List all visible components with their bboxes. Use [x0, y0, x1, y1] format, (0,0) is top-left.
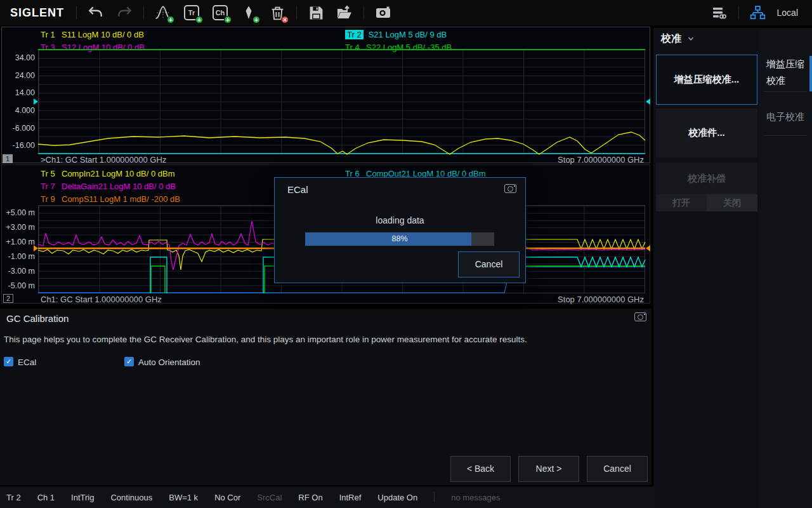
- plus-badge-icon: +: [195, 16, 203, 23]
- redo-button[interactable]: [115, 3, 134, 22]
- ecal-dialog: ECal loading data 88% Cancel: [274, 177, 526, 283]
- save-button[interactable]: [306, 3, 325, 22]
- cal-compensation-toggle: 打开 关闭: [656, 194, 757, 211]
- y-axis-label: -1.00 m: [2, 252, 35, 261]
- cal-kit-button[interactable]: 校准件...: [656, 109, 757, 157]
- stop-frequency-label: Stop 7.000000000 GHz: [558, 155, 644, 164]
- tab-separator: [764, 91, 807, 92]
- tab-electronic-cal[interactable]: 电子校准: [766, 109, 807, 125]
- panel-description: This page helps you to complete the GC R…: [4, 335, 527, 344]
- trace-label-tr7[interactable]: Tr 7DeltaGain21 LogM 10 dB/ 0 dB: [41, 182, 176, 191]
- toolbar-separator: [738, 6, 739, 20]
- delete-button[interactable]: ✕: [268, 3, 287, 22]
- camera-icon[interactable]: [634, 312, 646, 321]
- ref-level-marker-left: [34, 245, 38, 251]
- ref-level-marker-right: [646, 98, 650, 105]
- auto-orientation-checkbox-label: Auto Orientation: [138, 358, 200, 367]
- y-axis-label: 14.00: [2, 88, 35, 97]
- add-channel-button[interactable]: Ch +: [211, 3, 230, 22]
- trace-label-tr2[interactable]: Tr 2S21 LogM 5 dB/ 9 dB: [345, 30, 447, 39]
- compensation-on-button[interactable]: 打开: [656, 194, 707, 211]
- tab-separator: [764, 135, 807, 136]
- cal-compensation-label: 校准补偿: [656, 173, 757, 185]
- add-trace-button[interactable]: Tr +: [182, 3, 201, 22]
- next-button[interactable]: Next >: [518, 456, 579, 482]
- add-window-button[interactable]: +: [154, 3, 173, 22]
- toolbar-separator: [296, 6, 297, 20]
- lan-status-button[interactable]: [749, 3, 768, 22]
- window-number-badge: 2: [3, 294, 13, 303]
- system-info-button[interactable]: [710, 3, 729, 22]
- app-window: SIGLENT + Tr + Ch: [0, 0, 812, 508]
- lan-network-icon: [750, 5, 766, 21]
- undo-icon: [88, 4, 104, 21]
- plus-badge-icon: +: [224, 16, 232, 23]
- gc-calibration-panel: GC Calibration This page helps you to co…: [0, 309, 652, 485]
- ecal-checkbox[interactable]: ✓: [4, 357, 13, 366]
- panel-title: GC Calibration: [6, 313, 69, 324]
- status-update[interactable]: Update On: [377, 493, 417, 502]
- auto-orientation-checkbox[interactable]: ✓: [124, 357, 134, 366]
- status-separator: [434, 492, 435, 502]
- back-button[interactable]: < Back: [450, 456, 511, 482]
- ecal-checkbox-label: ECal: [18, 358, 36, 367]
- trace-label-tr1[interactable]: Tr 1S11 LogM 10 dB/ 0 dB: [41, 30, 144, 39]
- loading-message: loading data: [275, 215, 525, 225]
- start-frequency-label: >Ch1: GC Start 1.000000000 GHz: [41, 155, 166, 164]
- screenshot-button[interactable]: [374, 3, 393, 22]
- active-tab-indicator: [809, 56, 812, 91]
- add-marker-button[interactable]: +: [239, 3, 258, 22]
- progress-bar: 88%: [305, 232, 494, 246]
- status-correction[interactable]: No Cor: [214, 493, 240, 502]
- camera-icon: [375, 4, 391, 21]
- y-axis-label: -3.00 m: [2, 267, 35, 276]
- sidebar-title: 校准: [661, 32, 681, 46]
- progress-percent-label: 88%: [305, 232, 494, 246]
- camera-icon[interactable]: [504, 184, 516, 193]
- trace-label-tr9[interactable]: Tr 9CompS11 LogM 1 mdB/ -200 dB: [41, 194, 180, 204]
- status-srccal[interactable]: SrcCal: [257, 493, 282, 502]
- compensation-off-button[interactable]: 关闭: [707, 194, 757, 211]
- status-active-trace[interactable]: Tr 2: [6, 493, 21, 502]
- y-axis-label: +3.00 m: [2, 223, 35, 232]
- trace-window-1[interactable]: Tr 1S11 LogM 10 dB/ 0 dB Tr 2S21 LogM 5 …: [1, 27, 650, 163]
- tab-gain-compression-cal[interactable]: 增益压缩 校准: [766, 56, 807, 89]
- dialog-cancel-button[interactable]: Cancel: [458, 251, 520, 277]
- gain-compression-cal-button[interactable]: 增益压缩校准...: [656, 55, 757, 105]
- trace-label-tr5[interactable]: Tr 5CompIn21 LogM 10 dB/ 0 dBm: [41, 169, 175, 178]
- status-sweep-mode[interactable]: Continuous: [110, 493, 152, 502]
- siglent-logo: SIGLENT: [10, 6, 64, 20]
- status-reference[interactable]: IntRef: [339, 493, 362, 502]
- trace-header-row: Tr 1S11 LogM 10 dB/ 0 dB Tr 2S21 LogM 5 …: [2, 30, 650, 41]
- y-axis-label: +5.00 m: [2, 208, 35, 217]
- ref-level-marker-left: [34, 98, 38, 105]
- open-file-button[interactable]: [335, 3, 354, 22]
- undo-button[interactable]: [86, 3, 105, 22]
- chevron-down-icon[interactable]: [686, 34, 695, 43]
- y-axis-label: -5.00 m: [2, 281, 35, 290]
- y-axis-label: 24.00: [2, 71, 35, 80]
- status-trigger[interactable]: IntTrig: [71, 493, 94, 502]
- toolbar-separator: [363, 6, 364, 20]
- start-frequency-label: Ch1: GC Start 1.000000000 GHz: [41, 295, 162, 304]
- tab-label-line: 增益压缩: [766, 56, 807, 72]
- stop-frequency-label: Stop 7.000000000 GHz: [558, 295, 644, 304]
- window-number-badge: 1: [3, 154, 13, 163]
- status-active-channel[interactable]: Ch 1: [37, 493, 55, 502]
- status-bandwidth[interactable]: BW=1 k: [169, 493, 198, 502]
- status-rf[interactable]: RF On: [298, 493, 322, 502]
- y-axis-label: 4.000: [2, 106, 35, 115]
- local-mode-label: Local: [777, 8, 798, 18]
- floppy-save-icon: [308, 5, 324, 21]
- wizard-cancel-button[interactable]: Cancel: [587, 456, 648, 482]
- y-axis-label: +1.00 m: [2, 237, 35, 246]
- toolbar-separator: [76, 6, 77, 20]
- calibration-sidebar: 校准 增益压缩校准... 校准件... 校准补偿 打开 关闭 增益压缩 校准: [653, 28, 812, 508]
- cal-compensation-group: 校准补偿 打开 关闭: [656, 163, 757, 211]
- x-badge-icon: ✕: [281, 16, 289, 23]
- y-axis-label: -6.000: [2, 124, 35, 133]
- ref-level-marker-right: [646, 245, 650, 251]
- status-bar: Tr 2 Ch 1 IntTrig Continuous BW=1 k No C…: [0, 486, 653, 508]
- plus-badge-icon: +: [252, 16, 260, 23]
- tab-label-line: 校准: [766, 72, 807, 89]
